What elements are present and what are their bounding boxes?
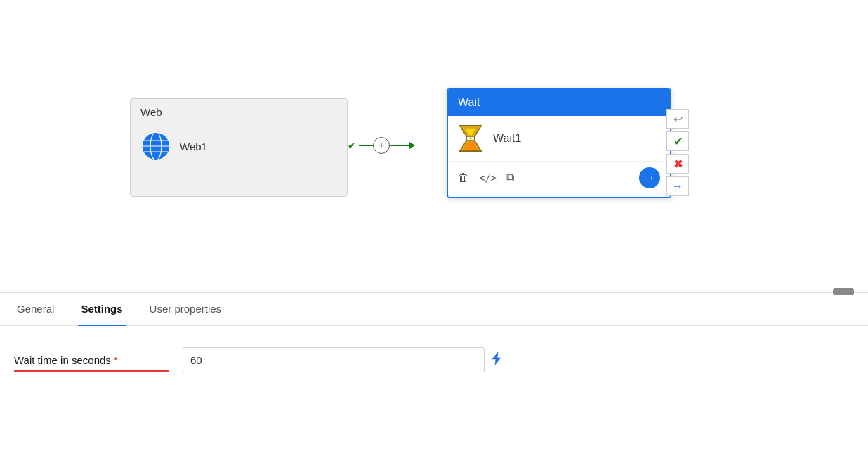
svg-marker-14 (492, 352, 501, 365)
web-node-label: Web1 (180, 141, 207, 152)
hourglass-icon (458, 124, 483, 152)
wait-time-label-text: Wait time in seconds (14, 354, 111, 366)
cancel-button[interactable]: ✖ (666, 154, 689, 174)
svg-point-13 (469, 137, 472, 140)
form-area: Wait time in seconds * (0, 326, 868, 386)
divider-handle[interactable] (833, 288, 854, 295)
connector-line-left (359, 145, 373, 146)
tabs-bar: General Settings User properties (0, 293, 868, 326)
copy-icon[interactable]: ⧉ (506, 171, 514, 184)
confirm-button[interactable]: ✔ (666, 131, 689, 151)
required-star: * (114, 354, 118, 366)
undo-button[interactable]: ↩ (666, 109, 689, 129)
web-node-header: Web (131, 99, 347, 125)
wait-time-row: Wait time in seconds * (14, 347, 854, 372)
connector-check-icon: ✔ (348, 140, 356, 151)
expression-icon[interactable] (489, 351, 504, 370)
tab-general[interactable]: General (14, 293, 57, 326)
wait-node[interactable]: Wait Wait1 🗑 (447, 88, 671, 198)
globe-icon (140, 131, 171, 162)
next-button[interactable]: → (666, 176, 689, 196)
code-icon[interactable]: </> (479, 172, 497, 183)
wait-node-body: Wait1 (448, 116, 670, 161)
wait-time-label: Wait time in seconds * (14, 354, 169, 366)
right-actions: ↩ ✔ ✖ → (666, 109, 689, 196)
web-node[interactable]: Web Web1 (130, 98, 348, 197)
connector-plus-button[interactable]: + (373, 137, 390, 154)
delete-icon[interactable]: 🗑 (458, 171, 469, 184)
wait-node-header: Wait (448, 89, 670, 116)
tab-settings[interactable]: Settings (78, 293, 125, 326)
panel-divider[interactable] (0, 292, 868, 293)
web-node-content: Web1 (131, 125, 347, 167)
canvas-area: Web Web1 ✔ + Wait (0, 0, 868, 292)
wait-time-input-wrapper (183, 347, 504, 372)
connector-arrow-line (390, 145, 411, 146)
bottom-panel: General Settings User properties Wait ti… (0, 293, 868, 386)
tab-user-properties[interactable]: User properties (147, 293, 225, 326)
wait-time-input[interactable] (183, 347, 485, 372)
wait-node-actions: 🗑 </> ⧉ → (448, 161, 670, 197)
connector: ✔ + (348, 137, 411, 154)
wait-node-name: Wait1 (493, 132, 521, 145)
navigate-button[interactable]: → (639, 167, 660, 188)
